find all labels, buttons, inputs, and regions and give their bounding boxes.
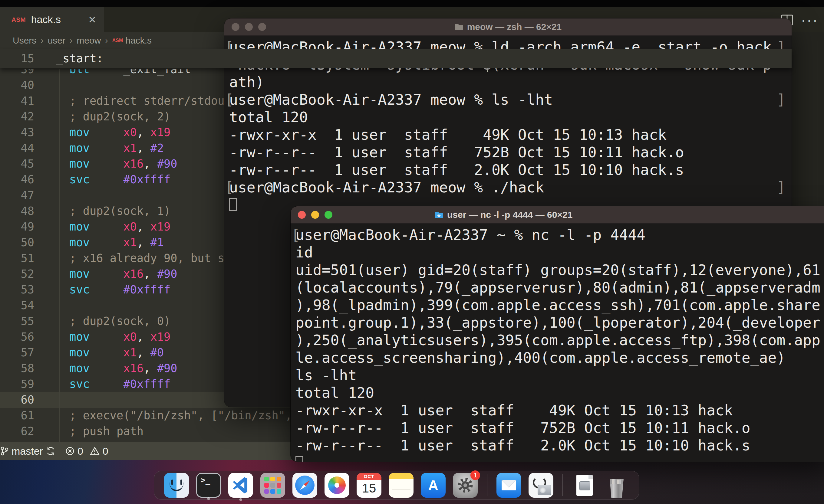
trash-basket-icon (609, 479, 624, 498)
dock-item-appstore[interactable]: A (421, 473, 445, 498)
line-number: 39 (0, 69, 34, 78)
folder-icon (454, 23, 463, 31)
line-number: 53 (0, 282, 34, 298)
line-number: 60 (0, 392, 34, 408)
line-number: 43 (0, 125, 34, 140)
minimize-window-button[interactable] (245, 23, 253, 31)
dock-item-docfile[interactable] (572, 473, 597, 498)
dock-item-vscode[interactable] (228, 473, 253, 498)
window-title: meow — zsh — 62×21 (467, 22, 562, 32)
tab-label: hack.s (31, 14, 61, 25)
window-title: user — nc -l -p 4444 — 60×21 (447, 210, 573, 220)
compass-icon (295, 476, 315, 495)
line-number: 61 (0, 408, 34, 423)
dock-item-trash[interactable] (604, 473, 629, 498)
prompt-mark: [ (291, 226, 300, 244)
terminal-cursor (295, 456, 303, 462)
more-actions-icon[interactable]: ··· (801, 15, 819, 24)
line-content: ; dup2(sock, 0) (42, 313, 171, 329)
breadcrumb-item[interactable]: user (48, 35, 66, 46)
line-content: ; push path (42, 423, 143, 439)
prompt-mark: [ (225, 91, 234, 108)
terminal-prompt-glyph: >_ (201, 476, 210, 485)
line-content: ; dup2(sock, 2) (42, 109, 171, 125)
line-content: svc #0xffff (42, 376, 171, 392)
close-window-button[interactable] (231, 23, 239, 31)
vscode-logo-icon (232, 477, 249, 494)
terminal-line: ls -lht (295, 366, 824, 384)
line-number: 42 (0, 109, 34, 125)
chevron-right-icon: › (40, 36, 43, 45)
notification-badge: 1 (471, 471, 480, 480)
error-count: 0 (78, 445, 83, 457)
terminal-line: [user@MacBook-Air-A2337 meow % ./hack] (229, 178, 787, 196)
line-number: 48 (0, 203, 34, 219)
line-content: ; execve("/bin/zsh", ["/bin/zsh", N (42, 408, 305, 423)
terminal-nc-titlebar[interactable]: user — nc -l -p 4444 — 60×21 (291, 206, 824, 224)
line-content: mov x0, x19 (42, 219, 171, 235)
problems-status[interactable]: 0 0 (66, 445, 108, 457)
dock-item-finder[interactable] (164, 473, 189, 498)
calendar-day: 15 (356, 480, 382, 496)
line-content: mov x16, #90 (42, 156, 177, 172)
line-content: mov x1, #0 (42, 345, 164, 361)
prompt-mark: ] (777, 91, 786, 108)
line-content: mov x16, #90 (42, 266, 177, 282)
breadcrumb-item-file[interactable]: ASMhack.s (112, 35, 152, 46)
line-number: 46 (0, 172, 34, 187)
close-window-button[interactable] (298, 211, 306, 219)
line-number: 50 (0, 235, 34, 250)
line-content: mov x1, #1 (42, 235, 164, 250)
warning-count: 0 (103, 445, 108, 457)
home-folder-icon (434, 211, 443, 219)
breadcrumb-item[interactable]: meow (77, 35, 101, 46)
line-number: 41 (0, 93, 34, 109)
line-number: 56 (0, 329, 34, 345)
sync-icon[interactable] (46, 447, 55, 456)
line-content: ; dup2(sock, 1) (42, 203, 171, 219)
terminal-nc-content[interactable]: [user@MacBook-Air-A2337 ~ % nc -l -p 444… (291, 224, 824, 462)
dock-item-notes[interactable] (389, 473, 414, 498)
line-number: 52 (0, 266, 34, 282)
dock-item-launchpad[interactable] (260, 473, 285, 498)
tab-close-icon[interactable]: × (88, 13, 96, 26)
terminal-zsh-titlebar[interactable]: meow — zsh — 62×21 (224, 18, 792, 36)
sticky-line-number: 15 (0, 49, 34, 68)
git-branch-status[interactable]: master (1, 445, 55, 457)
line-number: 55 (0, 313, 34, 329)
gear-icon (456, 476, 474, 494)
breadcrumb[interactable]: Users›user›meow›ASMhack.s (13, 35, 152, 46)
dock-item-safari[interactable] (292, 473, 317, 498)
dock-item-calendar[interactable]: OCT15 (356, 473, 382, 498)
dock-divider (487, 474, 487, 496)
calendar-month: OCT (356, 473, 382, 480)
prompt-mark: ] (777, 178, 786, 196)
sticky-scroll-line: 15 _start: (0, 49, 792, 68)
line-number: 49 (0, 219, 34, 235)
line-content: svc #0xffff (42, 172, 171, 187)
running-indicator-dot (239, 498, 242, 501)
line-number: 57 (0, 345, 34, 361)
terminal-line: total 120 (295, 384, 824, 401)
hard-drive-icon (538, 485, 551, 495)
terminal-line: le.access_screensharing),400(com.apple.a… (295, 349, 824, 366)
minimize-window-button[interactable] (311, 211, 319, 219)
terminal-line: -rw-r--r-- 1 user staff 752B Oct 15 10:1… (295, 419, 824, 436)
terminal-line: -rw-r--r-- 1 user staff 2.0K Oct 15 10:1… (229, 161, 787, 178)
warnings-icon (90, 447, 100, 456)
terminal-line: -rwxr-xr-x 1 user staff 49K Oct 15 10:13… (295, 401, 824, 419)
dock-item-terminal[interactable]: >_ (196, 473, 221, 498)
terminal-line: [user@MacBook-Air-A2337 ~ % nc -l -p 444… (295, 226, 824, 244)
dock-item-mail[interactable] (497, 473, 521, 498)
zoom-window-button[interactable] (324, 211, 332, 219)
chevron-right-icon: › (70, 36, 72, 45)
dock-item-photos[interactable] (324, 473, 349, 498)
line-content: mov x1, #2 (42, 140, 164, 156)
breadcrumb-item[interactable]: Users (13, 35, 36, 46)
line-content: mov x16, #90 (42, 361, 177, 376)
dock-item-settings[interactable]: 1 (453, 473, 478, 498)
tab-hack-s[interactable]: ASM hack.s × (0, 7, 104, 32)
zoom-window-button[interactable] (258, 23, 266, 31)
dock-item-diskutil[interactable] (529, 473, 553, 498)
line-number: 54 (0, 298, 34, 313)
